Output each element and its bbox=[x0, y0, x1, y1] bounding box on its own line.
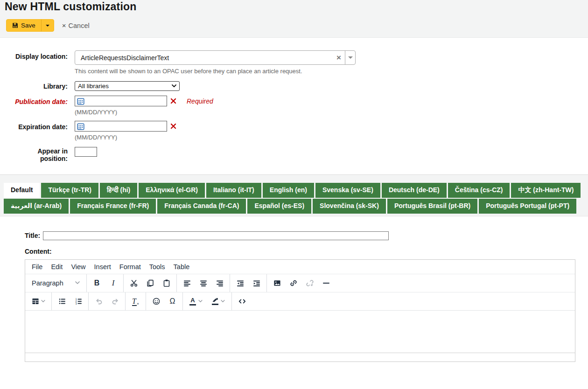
title-label: Title: bbox=[25, 232, 40, 239]
source-code-button[interactable] bbox=[234, 293, 250, 309]
increase-indent-button[interactable] bbox=[249, 275, 264, 291]
page-header: New HTML customization Save × Cancel bbox=[0, 0, 588, 38]
language-tab[interactable]: English (en) bbox=[263, 183, 314, 198]
language-tab[interactable]: हिन्दी (hi) bbox=[100, 183, 137, 198]
cancel-button[interactable]: × Cancel bbox=[62, 22, 90, 29]
library-select[interactable]: All libraries bbox=[75, 81, 180, 91]
italic-button[interactable]: I bbox=[105, 275, 121, 291]
horizontal-rule-button[interactable] bbox=[318, 275, 334, 291]
align-right-button[interactable] bbox=[212, 275, 227, 291]
appear-position-label: Appear in position: bbox=[0, 145, 75, 162]
omega-icon: Ω bbox=[170, 297, 175, 306]
paragraph-style-dropdown[interactable]: Paragraph bbox=[28, 275, 84, 291]
caret-down-icon bbox=[348, 56, 353, 59]
align-left-button[interactable] bbox=[179, 275, 195, 291]
align-left-icon bbox=[183, 279, 191, 287]
insert-image-button[interactable] bbox=[269, 275, 285, 291]
language-tab[interactable]: Default bbox=[4, 183, 40, 198]
unlink-button[interactable] bbox=[302, 275, 317, 291]
editor-menu-item[interactable]: Insert bbox=[90, 261, 115, 272]
svg-text:3: 3 bbox=[75, 302, 77, 305]
language-tab[interactable]: Slovenčina (sk-SK) bbox=[313, 199, 386, 214]
clear-formatting-button[interactable]: T× bbox=[128, 293, 143, 309]
save-button[interactable]: Save bbox=[7, 20, 41, 31]
expiration-date-label: Expiration date: bbox=[0, 121, 75, 141]
expiration-date-input[interactable] bbox=[75, 121, 167, 132]
language-tab[interactable]: العربية (ar-Arab) bbox=[4, 199, 69, 214]
chevron-down-icon bbox=[75, 281, 80, 285]
language-tab[interactable]: 中文 (zh-Hant-TW) bbox=[511, 183, 581, 198]
select-arrow-box[interactable] bbox=[345, 51, 355, 64]
editor-menu-item[interactable]: View bbox=[67, 261, 90, 272]
paste-button[interactable] bbox=[159, 275, 174, 291]
save-dropdown-toggle[interactable] bbox=[41, 20, 54, 31]
library-label: Library: bbox=[0, 81, 75, 91]
calendar-icon[interactable] bbox=[77, 97, 84, 105]
bold-button[interactable]: B bbox=[89, 275, 105, 291]
appear-position-row: Appear in position: bbox=[0, 145, 588, 162]
language-tab[interactable]: Français France (fr-FR) bbox=[70, 199, 156, 214]
emoticons-button[interactable] bbox=[148, 293, 164, 309]
numbered-list-icon: 123 bbox=[74, 297, 83, 306]
display-location-select[interactable]: ArticleRequestsDisclaimerText × bbox=[75, 50, 356, 65]
save-button-label: Save bbox=[21, 22, 35, 29]
editor-menu-item[interactable]: File bbox=[28, 261, 47, 272]
align-right-icon bbox=[216, 279, 224, 287]
language-tab[interactable]: Čeština (cs-CZ) bbox=[448, 183, 510, 198]
chevron-down-icon bbox=[221, 300, 225, 303]
insert-link-button[interactable] bbox=[286, 275, 301, 291]
unlink-icon bbox=[306, 279, 314, 287]
editor-menu-item[interactable]: Tools bbox=[145, 261, 169, 272]
clear-date-icon[interactable] bbox=[170, 123, 176, 129]
language-tabs: DefaultTürkçe (tr-TR)हिन्दी (hi)Ελληνικά… bbox=[4, 183, 584, 215]
image-icon bbox=[273, 279, 281, 287]
chevron-down-icon bbox=[198, 300, 203, 303]
text-color-dropdown[interactable]: A bbox=[185, 293, 207, 309]
italic-icon: I bbox=[112, 278, 115, 288]
language-tab[interactable]: Türkçe (tr-TR) bbox=[41, 183, 98, 198]
increase-indent-icon bbox=[252, 279, 261, 287]
redo-button[interactable] bbox=[107, 293, 123, 309]
clear-selection-icon[interactable]: × bbox=[333, 54, 345, 62]
language-tab[interactable]: Español (es-ES) bbox=[247, 199, 311, 214]
editor-menubar: FileEditViewInsertFormatToolsTable bbox=[25, 260, 575, 274]
language-tab[interactable]: Português Portugal (pt-PT) bbox=[479, 199, 576, 214]
bold-icon: B bbox=[94, 279, 100, 287]
title-input[interactable] bbox=[43, 231, 389, 240]
language-tab[interactable]: Deutsch (de-DE) bbox=[382, 183, 447, 198]
language-tab[interactable]: Svenska (sv-SE) bbox=[315, 183, 380, 198]
caret-down-icon bbox=[46, 25, 49, 27]
editor-menu-item[interactable]: Format bbox=[115, 261, 145, 272]
decrease-indent-button[interactable] bbox=[232, 275, 248, 291]
page-title: New HTML customization bbox=[5, 0, 583, 19]
display-location-row: Display location: ArticleRequestsDisclai… bbox=[0, 50, 588, 75]
editor-menu-item[interactable]: Table bbox=[169, 261, 194, 272]
save-split-button: Save bbox=[6, 19, 54, 32]
table-icon bbox=[31, 297, 40, 306]
language-tab[interactable]: Português Brasil (pt-BR) bbox=[387, 199, 477, 214]
table-dropdown-button[interactable] bbox=[28, 293, 49, 309]
language-tab[interactable]: Ελληνικά (el-GR) bbox=[139, 183, 205, 198]
numbered-list-button[interactable]: 123 bbox=[70, 293, 86, 309]
clear-date-icon[interactable] bbox=[170, 98, 176, 104]
language-tab[interactable]: Italiano (it-IT) bbox=[206, 183, 261, 198]
copy-button[interactable] bbox=[142, 275, 158, 291]
special-character-button[interactable]: Ω bbox=[165, 293, 180, 309]
bullet-list-button[interactable] bbox=[54, 293, 70, 309]
close-icon: × bbox=[62, 22, 66, 29]
language-tabs-band: DefaultTürkçe (tr-TR)हिन्दी (hi)Ελληνικά… bbox=[0, 174, 588, 216]
editor-menu-item[interactable]: Edit bbox=[47, 261, 67, 272]
cut-button[interactable] bbox=[126, 275, 141, 291]
editor-toolbar-row1: Paragraph B I bbox=[25, 274, 575, 292]
align-center-button[interactable] bbox=[196, 275, 211, 291]
publication-date-input[interactable] bbox=[75, 96, 167, 106]
appear-position-input[interactable] bbox=[75, 147, 97, 157]
copy-icon bbox=[146, 279, 154, 287]
highlight-color-dropdown[interactable] bbox=[208, 293, 229, 309]
customization-form: Display location: ArticleRequestsDisclai… bbox=[0, 38, 588, 174]
undo-button[interactable] bbox=[91, 293, 106, 309]
language-tab[interactable]: Français Canada (fr-CA) bbox=[157, 199, 246, 214]
editor-content-area[interactable] bbox=[25, 311, 575, 353]
align-center-icon bbox=[199, 279, 208, 287]
calendar-icon[interactable] bbox=[77, 123, 84, 130]
